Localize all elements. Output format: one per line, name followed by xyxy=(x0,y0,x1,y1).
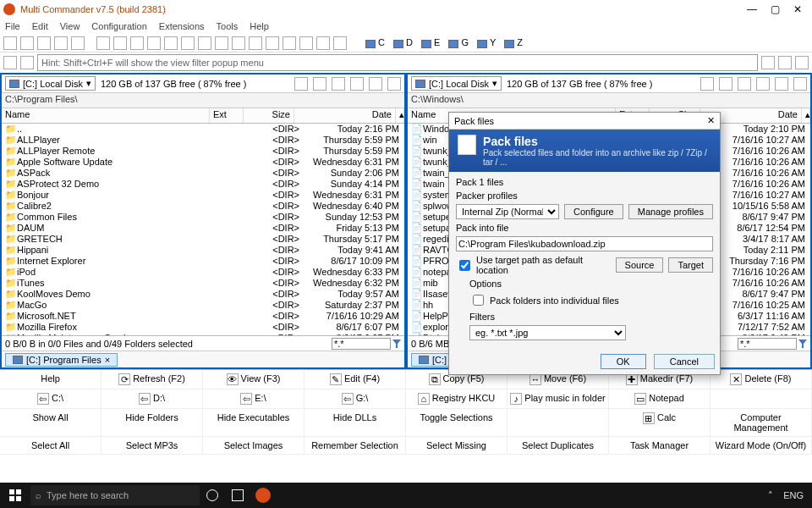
command-button[interactable]: Hide DLLs xyxy=(304,409,406,437)
pane-tool-icon[interactable] xyxy=(350,77,364,91)
toolbar-button[interactable] xyxy=(266,36,279,50)
toolbar-button[interactable] xyxy=(113,36,127,50)
file-row[interactable]: 📁ASProtect 32 Demo<DIR>Sunday 4:14 PM xyxy=(2,179,404,190)
file-row[interactable]: 📁KoolMoves Demo<DIR>Today 9:57 AM xyxy=(2,289,404,300)
command-button[interactable]: Select Duplicates xyxy=(508,437,609,455)
file-list-left[interactable]: 📁..<DIR>Today 2:16 PM📁ALLPlayer<DIR>Thur… xyxy=(2,124,404,335)
toolbar-button[interactable] xyxy=(249,36,262,50)
drive-button-g[interactable]: G xyxy=(448,37,469,47)
file-row[interactable]: 📁Microsoft.NET<DIR>7/16/16 10:29 AM xyxy=(2,311,404,322)
toolbar-button[interactable] xyxy=(215,36,228,50)
command-button[interactable]: ⟳Refresh (F2) xyxy=(102,370,203,389)
command-button[interactable]: Computer Management xyxy=(710,409,812,437)
funnel-icon[interactable] xyxy=(392,340,401,348)
tray-up-icon[interactable]: ˄ xyxy=(768,490,773,501)
toolbar-button[interactable] xyxy=(20,36,34,50)
file-row[interactable]: 📁DAUM<DIR>Friday 5:13 PM xyxy=(2,223,404,234)
file-row[interactable]: 📁GRETECH<DIR>Thursday 5:17 PM xyxy=(2,234,404,245)
toolbar-button[interactable] xyxy=(333,36,347,50)
drive-selector-left[interactable]: [C:] Local Disk ▾ xyxy=(5,76,96,91)
menu-help[interactable]: Help xyxy=(250,21,269,31)
toolbar-button[interactable] xyxy=(164,36,178,50)
col-size[interactable]: Size xyxy=(244,108,294,123)
filters-select[interactable]: eg. *.txt *.jpg xyxy=(469,325,626,340)
file-row[interactable]: 📁MacGo<DIR>Saturday 2:37 PM xyxy=(2,300,404,311)
file-row[interactable]: 📁ALLPlayer<DIR>Thursday 5:59 PM xyxy=(2,135,404,146)
pane-tool-icon[interactable] xyxy=(332,77,345,91)
command-button[interactable]: Show All xyxy=(0,409,102,437)
file-row[interactable]: 📁Hippani<DIR>Today 9:41 AM xyxy=(2,245,404,256)
toolbar-button[interactable] xyxy=(181,36,195,50)
filter-box-left[interactable]: *.* xyxy=(332,338,391,350)
toolbar-button[interactable] xyxy=(232,36,245,50)
source-button[interactable]: Source xyxy=(616,257,664,273)
toolbar-button[interactable] xyxy=(283,36,296,50)
command-button[interactable]: ⇦E:\ xyxy=(203,389,304,409)
dialog-close-icon[interactable]: ✕ xyxy=(707,115,715,126)
window-minimize[interactable]: — xyxy=(747,3,757,15)
taskbar-app-mc[interactable] xyxy=(250,483,276,508)
task-view-icon[interactable] xyxy=(225,483,250,508)
default-location-checkbox[interactable]: Use target path as default location xyxy=(456,255,606,275)
menu-file[interactable]: File xyxy=(5,21,20,31)
toolbar-button[interactable] xyxy=(96,36,110,50)
toolbar-button[interactable] xyxy=(299,36,313,50)
command-button[interactable]: Help xyxy=(0,370,102,389)
file-row[interactable]: 📁Common Files<DIR>Sunday 12:53 PM xyxy=(2,212,404,223)
hint-input[interactable] xyxy=(37,54,758,71)
command-button[interactable]: ⊞Calc xyxy=(609,409,710,437)
path-bar-right[interactable]: C:\Windows\ xyxy=(408,93,810,108)
file-row[interactable]: 📁Mozilla Firefox<DIR>8/6/17 6:07 PM xyxy=(2,322,404,333)
file-row[interactable]: 📁Internet Explorer<DIR>8/6/17 10:09 PM xyxy=(2,256,404,267)
toolbar-button[interactable] xyxy=(71,36,85,50)
nav-forward-icon[interactable] xyxy=(20,56,34,69)
cortana-icon[interactable] xyxy=(200,483,225,508)
drive-button-e[interactable]: E xyxy=(421,37,440,47)
pane-tool-icon[interactable] xyxy=(719,77,732,91)
column-headers-left[interactable]: Name Ext Size Date ▴ xyxy=(2,108,404,124)
window-maximize[interactable]: ▢ xyxy=(771,3,780,15)
command-button[interactable]: ♪Play music in folder xyxy=(508,389,609,409)
scroll-up-icon[interactable]: ▴ xyxy=(396,108,404,123)
col-name[interactable]: Name xyxy=(2,108,210,123)
drive-button-y[interactable]: Y xyxy=(477,37,496,47)
command-button[interactable]: Task Manager xyxy=(609,437,710,455)
toolbar-button[interactable] xyxy=(316,36,330,50)
configure-button[interactable]: Configure xyxy=(564,204,623,219)
target-button[interactable]: Target xyxy=(668,257,713,273)
file-row[interactable]: 📁Calibre2<DIR>Wednesday 6:40 PM xyxy=(2,201,404,212)
manage-profiles-button[interactable]: Manage profiles xyxy=(628,204,713,219)
menu-tools[interactable]: Tools xyxy=(217,21,239,31)
command-button[interactable]: Hide Executables xyxy=(203,409,304,437)
command-button[interactable]: Select MP3s xyxy=(102,437,203,455)
nav-back-icon[interactable] xyxy=(3,56,17,69)
command-button[interactable]: Select Missing xyxy=(406,437,508,455)
command-button[interactable]: Toggle Selections xyxy=(406,409,508,437)
file-row[interactable]: 📁iTunes<DIR>Wednesday 6:32 PM xyxy=(2,278,404,289)
menu-edit[interactable]: Edit xyxy=(32,21,48,31)
pane-tool-icon[interactable] xyxy=(775,77,788,91)
tab-left[interactable]: [C:] Program Files × xyxy=(5,353,118,367)
pane-tool-icon[interactable] xyxy=(756,77,770,91)
funnel-icon[interactable] xyxy=(798,340,807,348)
toolbar-button[interactable] xyxy=(147,36,161,50)
command-button[interactable]: ✕Delete (F8) xyxy=(710,370,812,389)
command-button[interactable]: ⌂Registry HKCU xyxy=(406,389,508,409)
scroll-up-icon[interactable]: ▴ xyxy=(802,108,810,123)
drive-selector-right[interactable]: [C:] Local Disk ▾ xyxy=(411,76,502,91)
command-button[interactable]: ⇦G:\ xyxy=(304,389,406,409)
file-row[interactable]: 📁Bonjour<DIR>Wednesday 6:31 PM xyxy=(2,190,404,201)
window-close[interactable]: ✕ xyxy=(793,3,802,15)
command-button[interactable]: Wizard Mode (On/Off) xyxy=(710,437,812,455)
command-button[interactable]: ✎Edit (F4) xyxy=(304,370,406,389)
col-ext[interactable]: Ext xyxy=(210,108,244,123)
path-bar-left[interactable]: C:\Program Files\ xyxy=(2,93,404,108)
packinto-input[interactable] xyxy=(456,236,713,251)
pane-tool-icon[interactable] xyxy=(738,77,751,91)
pane-tool-icon[interactable] xyxy=(294,77,308,91)
profile-select[interactable]: Internal Zip (Normal) xyxy=(456,204,559,219)
toolbar-button[interactable] xyxy=(761,56,775,69)
language-indicator[interactable]: ENG xyxy=(783,490,804,500)
command-button[interactable]: Select All xyxy=(0,437,102,455)
toolbar-button[interactable] xyxy=(37,36,51,50)
